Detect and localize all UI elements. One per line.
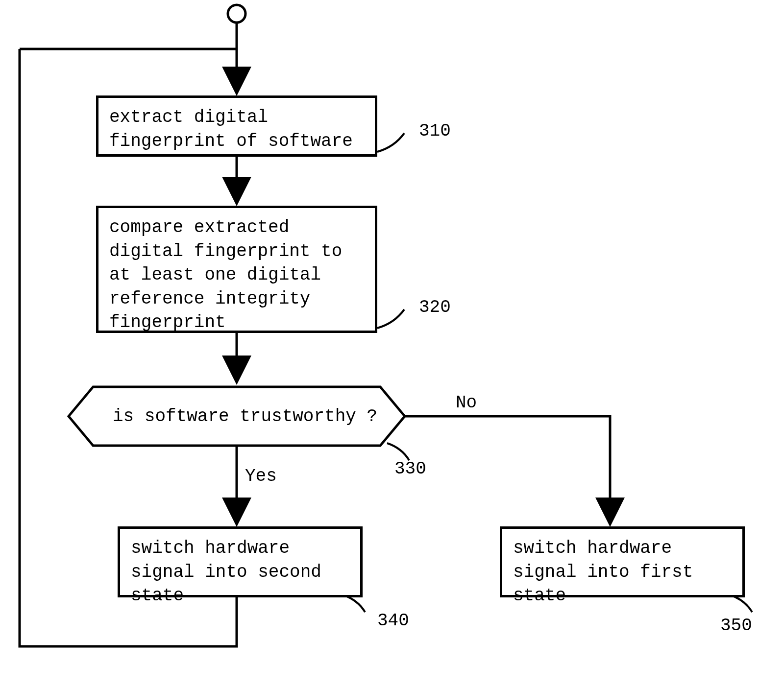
process-320-text: compare extracted digital fingerprint to… <box>109 217 342 332</box>
leader-310 <box>377 133 404 152</box>
ref-320: 320 <box>419 299 451 316</box>
leader-350 <box>730 595 752 612</box>
decision-330-text: is software trustworthy ? <box>113 406 363 427</box>
process-340-text: switch hardware signal into second state <box>131 538 321 606</box>
ref-330: 330 <box>394 460 426 478</box>
edge-label-yes: Yes <box>245 468 277 485</box>
leader-330 <box>387 443 409 460</box>
process-320: compare extracted digital fingerprint to… <box>96 206 377 333</box>
start-node <box>228 5 245 23</box>
leader-340 <box>343 595 365 612</box>
process-350: switch hardware signal into first state <box>500 526 745 597</box>
ref-350: 350 <box>720 617 752 635</box>
ref-340: 340 <box>377 612 409 630</box>
process-310-text: extract digital fingerprint of software <box>109 107 353 151</box>
process-350-text: switch hardware signal into first state <box>513 538 693 606</box>
edge-label-no: No <box>456 394 477 412</box>
process-310: extract digital fingerprint of software <box>96 95 377 157</box>
leader-320 <box>377 309 404 328</box>
edge-330-350-no <box>405 416 610 524</box>
process-340: switch hardware signal into second state <box>118 526 363 597</box>
ref-310: 310 <box>419 122 451 140</box>
